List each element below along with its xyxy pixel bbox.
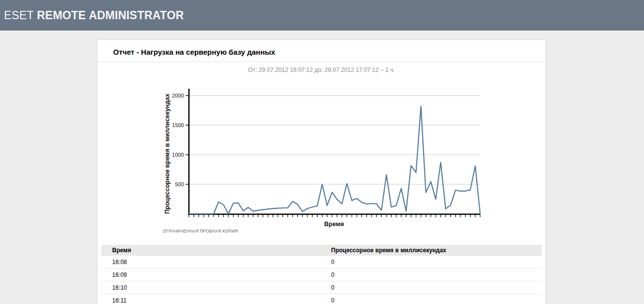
load-line-chart: 500100015002000Процессорное время в милл… [97, 77, 547, 235]
y-tick-label: 1000 [172, 152, 184, 158]
brand-remote-administrator: REMOTE ADMINISTRATOR [37, 9, 184, 22]
y-tick-label: 1500 [172, 122, 184, 128]
cell-cpu-time: 0 [331, 271, 542, 278]
cell-time: 16:11 [101, 297, 331, 304]
table-row: 16:110 [101, 294, 542, 304]
table-row: 16:080 [101, 256, 542, 269]
table-row: 16:090 [101, 269, 542, 281]
table-body: 16:08016:09016:10016:110 [101, 256, 542, 304]
data-series-line [189, 106, 480, 214]
report-panel: Отчет - Нагрузка на серверную базу данны… [97, 39, 546, 304]
report-date-range: От: 29.07.2012 16:07:12 до: 29.07.2012 1… [97, 62, 546, 73]
x-axis-label: Время [324, 221, 344, 228]
y-tick-label: 2000 [172, 93, 184, 99]
report-table: Время Процессорное время в миллисекундах… [101, 245, 542, 304]
cell-time: 16:09 [101, 271, 331, 278]
cell-cpu-time: 0 [331, 297, 542, 304]
app-logo: ESET REMOTE ADMINISTRATOR [4, 9, 184, 22]
app-header: ESET REMOTE ADMINISTRATOR [0, 0, 644, 31]
col-header-cpu-time: Процессорное время в миллисекундах [331, 247, 542, 254]
table-row: 16:100 [101, 281, 542, 294]
y-tick-label: 500 [175, 181, 184, 187]
chart-area: 500100015002000Процессорное время в милл… [97, 77, 546, 235]
col-header-time: Время [101, 247, 331, 254]
trial-watermark: ОГРАНИЧЕННАЯ ПРОБНАЯ КОПИЯ [163, 229, 238, 234]
cell-time: 16:10 [101, 284, 331, 291]
y-axis-label: Процессорное время в миллисекундах [164, 94, 171, 214]
brand-eset: ESET [4, 9, 33, 22]
cell-cpu-time: 0 [331, 259, 542, 266]
cell-cpu-time: 0 [331, 284, 542, 291]
table-header-row: Время Процессорное время в миллисекундах [101, 245, 542, 256]
cell-time: 16:08 [101, 259, 331, 266]
page-title: Отчет - Нагрузка на серверную базу данны… [97, 40, 546, 62]
